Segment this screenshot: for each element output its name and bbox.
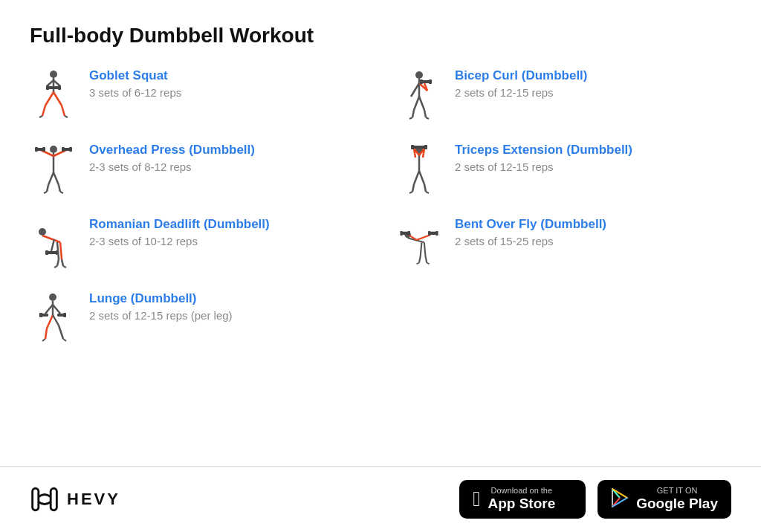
bent-over-fly-name: Bent Over Fly (Dumbbell): [455, 217, 606, 232]
app-store-main: App Store: [488, 496, 555, 513]
app-store-text: Download on the App Store: [488, 486, 555, 513]
svg-line-87: [417, 235, 431, 240]
svg-rect-101: [51, 488, 56, 510]
left-column: Goblet Squat 3 sets of 6-12 reps: [30, 68, 366, 366]
svg-line-80: [412, 184, 414, 192]
bicep-curl-icon: [395, 68, 443, 122]
svg-line-43: [45, 305, 53, 314]
svg-rect-76: [411, 145, 414, 149]
list-item: Overhead Press (Dumbbell) 2-3 sets of 8-…: [30, 143, 366, 196]
svg-rect-5: [46, 85, 49, 90]
svg-line-94: [424, 242, 426, 256]
app-store-sub: Download on the: [488, 486, 555, 496]
svg-line-37: [62, 259, 63, 266]
svg-line-52: [59, 325, 63, 339]
list-item: Goblet Squat 3 sets of 6-12 reps: [30, 68, 366, 122]
svg-line-7: [45, 92, 54, 106]
workout-grid: Goblet Squat 3 sets of 6-12 reps: [30, 68, 731, 366]
list-item: Bicep Curl (Dumbbell) 2 sets of 12-15 re…: [395, 68, 731, 122]
list-item: Romanian Deadlift (Dumbbell) 2-3 sets of…: [30, 217, 366, 270]
svg-line-38: [57, 259, 59, 266]
lunge-sets: 2 sets of 12-15 reps (per leg): [89, 309, 233, 322]
svg-rect-18: [35, 147, 38, 152]
lunge-icon: [30, 291, 77, 345]
google-play-button[interactable]: GET IT ON Google Play: [598, 480, 731, 519]
svg-rect-46: [39, 313, 42, 317]
svg-rect-60: [420, 80, 423, 84]
main-content: Full-body Dumbbell Workout: [0, 0, 761, 466]
svg-rect-22: [69, 147, 72, 152]
svg-rect-75: [412, 146, 426, 149]
overhead-press-text: Overhead Press (Dumbbell) 2-3 sets of 8-…: [89, 143, 255, 173]
svg-line-26: [59, 185, 60, 192]
list-item: Triceps Extension (Dumbbell) 2 sets of 1…: [395, 143, 731, 196]
svg-line-65: [412, 110, 414, 117]
svg-rect-19: [42, 147, 45, 152]
svg-line-25: [47, 185, 48, 192]
svg-point-55: [415, 71, 423, 79]
lunge-name: Lunge (Dumbbell): [89, 291, 233, 306]
svg-line-95: [421, 242, 422, 256]
hevy-logo-mark: [30, 486, 59, 513]
svg-line-10: [62, 106, 65, 116]
svg-rect-100: [33, 488, 39, 510]
svg-line-98: [427, 263, 429, 265]
bent-over-fly-sets: 2 sets of 15-25 reps: [455, 235, 606, 247]
romanian-deadlift-icon: [30, 217, 77, 270]
svg-line-28: [60, 192, 63, 193]
svg-point-13: [50, 146, 57, 153]
svg-line-35: [60, 242, 62, 259]
app-store-button[interactable]:  Download on the App Store: [459, 480, 586, 519]
romanian-deadlift-text: Romanian Deadlift (Dumbbell) 2-3 sets of…: [89, 217, 270, 247]
svg-line-36: [57, 242, 59, 259]
svg-point-29: [39, 228, 46, 236]
svg-rect-93: [435, 231, 438, 236]
google-play-sub: GET IT ON: [636, 486, 718, 496]
svg-line-81: [424, 184, 426, 192]
triceps-extension-sets: 2 sets of 12-15 reps: [455, 160, 632, 173]
svg-line-8: [54, 92, 62, 106]
svg-line-53: [42, 339, 45, 341]
store-buttons:  Download on the App Store GET IT ON Go…: [459, 480, 731, 519]
lunge-text: Lunge (Dumbbell) 2 sets of 12-15 reps (p…: [89, 291, 233, 322]
goblet-squat-icon: [30, 68, 77, 122]
overhead-press-sets: 2-3 sets of 8-12 reps: [89, 160, 255, 173]
svg-rect-48: [63, 313, 66, 317]
svg-rect-32: [47, 251, 57, 254]
list-item: Lunge (Dumbbell) 2 sets of 12-15 reps (p…: [30, 291, 366, 345]
svg-line-3: [54, 80, 60, 86]
svg-rect-90: [408, 231, 410, 236]
svg-rect-92: [428, 231, 430, 236]
svg-line-30: [42, 236, 60, 242]
svg-line-97: [419, 256, 421, 263]
svg-line-83: [426, 192, 429, 193]
svg-line-99: [417, 263, 419, 265]
svg-line-51: [45, 328, 47, 339]
page-title: Full-body Dumbbell Workout: [30, 24, 731, 48]
svg-line-96: [426, 256, 427, 263]
svg-line-40: [54, 266, 57, 267]
svg-line-106: [612, 498, 627, 507]
goblet-squat-sets: 3 sets of 6-12 reps: [89, 86, 181, 99]
svg-rect-21: [62, 147, 65, 152]
svg-rect-4: [48, 86, 59, 89]
svg-line-64: [419, 97, 424, 110]
svg-line-68: [426, 117, 429, 119]
svg-rect-33: [45, 250, 48, 255]
svg-line-49: [47, 315, 53, 328]
footer: HEVY  Download on the App Store: [0, 466, 761, 532]
goblet-squat-text: Goblet Squat 3 sets of 6-12 reps: [89, 68, 181, 99]
svg-line-62: [411, 83, 419, 97]
bent-over-fly-icon: [395, 217, 443, 270]
apple-icon: : [473, 489, 480, 510]
list-item: Bent Over Fly (Dumbbell) 2 sets of 15-25…: [395, 217, 731, 270]
svg-line-44: [53, 305, 60, 314]
bicep-curl-sets: 2 sets of 12-15 reps: [455, 86, 588, 99]
svg-point-0: [50, 71, 57, 78]
right-column: Bicep Curl (Dumbbell) 2 sets of 12-15 re…: [395, 68, 731, 366]
svg-line-9: [42, 106, 45, 116]
svg-rect-77: [424, 145, 427, 149]
svg-line-67: [409, 117, 412, 119]
svg-line-31: [51, 239, 54, 251]
svg-line-79: [419, 171, 424, 184]
